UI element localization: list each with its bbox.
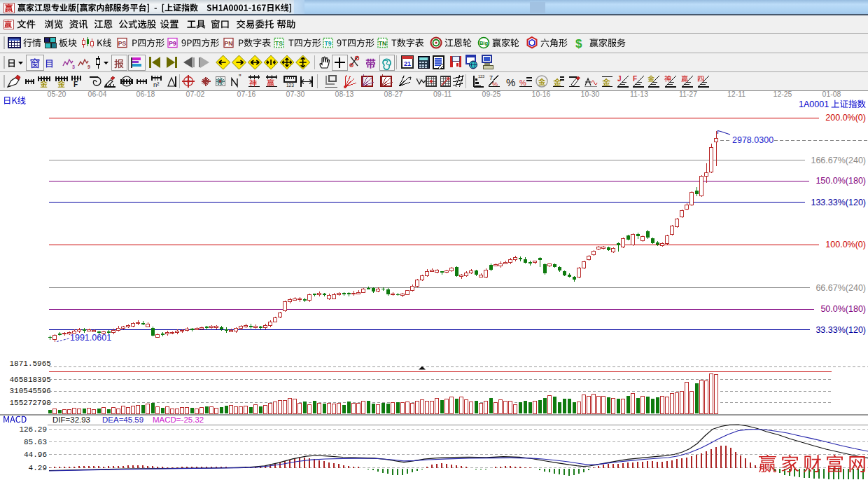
svg-text:310545596: 310545596 bbox=[10, 387, 51, 395]
svg-text:1871.5965: 1871.5965 bbox=[10, 359, 51, 368]
svg-text:150.0%(180): 150.0%(180) bbox=[816, 176, 866, 186]
svg-text:06-18: 06-18 bbox=[136, 90, 155, 98]
svg-text:P9: P9 bbox=[169, 40, 176, 47]
svg-text:12-11: 12-11 bbox=[727, 90, 746, 98]
svg-text:123: 123 bbox=[286, 83, 294, 88]
svg-text:21: 21 bbox=[404, 60, 411, 67]
svg-text:10-16: 10-16 bbox=[532, 90, 551, 98]
svg-text:155272798: 155272798 bbox=[10, 399, 51, 407]
svg-text:200.0%(0): 200.0%(0) bbox=[825, 113, 866, 123]
svg-text:J: J bbox=[617, 75, 622, 83]
svg-text:DIF=32.93: DIF=32.93 bbox=[52, 416, 90, 424]
svg-text:Big: Big bbox=[479, 40, 489, 46]
svg-text:F: F bbox=[74, 81, 78, 88]
svg-text:166.67%(240): 166.67%(240) bbox=[811, 156, 866, 165]
svg-text:123: 123 bbox=[478, 74, 484, 78]
svg-text:%: % bbox=[519, 78, 526, 87]
svg-text:100.0%(0): 100.0%(0) bbox=[825, 240, 866, 249]
svg-text:n²: n² bbox=[153, 81, 159, 88]
svg-text:07-30: 07-30 bbox=[286, 90, 305, 98]
svg-text:126.29: 126.29 bbox=[19, 425, 47, 434]
svg-text:08-27: 08-27 bbox=[384, 90, 403, 98]
svg-text:07-16: 07-16 bbox=[237, 90, 256, 98]
svg-text:08-13: 08-13 bbox=[335, 90, 354, 98]
svg-text:T9: T9 bbox=[325, 40, 332, 47]
svg-text:F: F bbox=[633, 75, 637, 83]
svg-text:3: 3 bbox=[72, 64, 75, 69]
svg-text:": " bbox=[239, 74, 241, 81]
svg-text:01-08: 01-08 bbox=[822, 90, 841, 98]
svg-text:09-25: 09-25 bbox=[482, 90, 501, 98]
svg-text:%: % bbox=[506, 76, 515, 88]
svg-text:50.0%(180): 50.0%(180) bbox=[820, 304, 866, 314]
svg-text:44.96: 44.96 bbox=[24, 451, 47, 459]
svg-text:12-25: 12-25 bbox=[774, 90, 792, 98]
svg-text:$: $ bbox=[575, 37, 582, 50]
svg-text:66.67%(240): 66.67%(240) bbox=[816, 283, 866, 293]
svg-text:11-27: 11-27 bbox=[679, 90, 697, 98]
svg-text:07-02: 07-02 bbox=[186, 90, 205, 98]
svg-text:PS: PS bbox=[118, 40, 127, 47]
svg-text:05-20: 05-20 bbox=[48, 90, 66, 98]
svg-text:4.29: 4.29 bbox=[29, 464, 47, 472]
svg-text:11-13: 11-13 bbox=[630, 90, 648, 98]
svg-text:9: 9 bbox=[88, 64, 90, 69]
svg-text:133.33%(120): 133.33%(120) bbox=[811, 198, 866, 207]
svg-text:TN: TN bbox=[379, 40, 386, 47]
svg-text:TS: TS bbox=[275, 40, 283, 47]
svg-text:10-30: 10-30 bbox=[581, 90, 600, 98]
svg-text:MACD=-25.32: MACD=-25.32 bbox=[153, 416, 204, 424]
svg-text:06-04: 06-04 bbox=[88, 90, 107, 98]
svg-text:465818395: 465818395 bbox=[10, 376, 51, 384]
svg-text:1A0001: 1A0001 bbox=[799, 100, 829, 109]
svg-text:2978.0300: 2978.0300 bbox=[732, 135, 774, 145]
svg-text:1991.0601: 1991.0601 bbox=[70, 333, 111, 343]
svg-text:09-11: 09-11 bbox=[433, 90, 451, 98]
svg-text:85.63: 85.63 bbox=[24, 438, 47, 446]
svg-text:PN: PN bbox=[225, 40, 233, 47]
svg-text:DEA=45.59: DEA=45.59 bbox=[102, 416, 144, 424]
svg-text:33.33%(120): 33.33%(120) bbox=[816, 325, 866, 335]
